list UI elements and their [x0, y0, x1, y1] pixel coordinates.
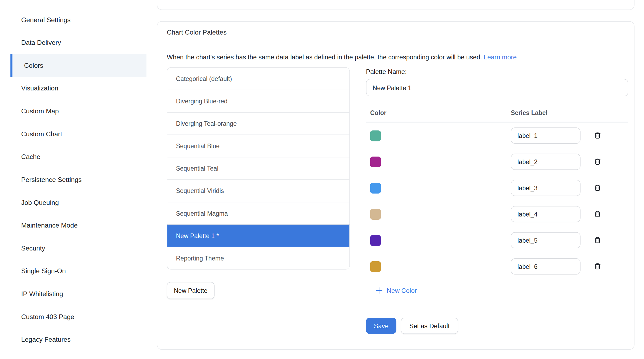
palette-list-column: Categorical (default) Diverging Blue-red… — [167, 67, 350, 299]
palette-list-item-reporting-theme[interactable]: Reporting Theme — [167, 247, 349, 269]
palette-list-item-categorical-default[interactable]: Categorical (default) — [167, 68, 349, 90]
series-label-input[interactable] — [511, 127, 580, 144]
palette-list-item-sequential-blue[interactable]: Sequential Blue — [167, 135, 349, 157]
trash-icon — [593, 262, 602, 271]
color-swatch[interactable] — [370, 261, 381, 272]
card-body: When the chart's series has the same dat… — [157, 43, 634, 338]
series-label-input[interactable] — [511, 206, 580, 222]
palette-list-item-diverging-blue-red[interactable]: Diverging Blue-red — [167, 90, 349, 112]
delete-color-button[interactable] — [592, 182, 603, 193]
sidebar-item-custom-chart[interactable]: Custom Chart — [10, 123, 146, 145]
palette-color-row — [366, 149, 628, 175]
trash-icon — [593, 236, 602, 245]
sidebar-item-custom-403-page[interactable]: Custom 403 Page — [10, 305, 146, 328]
palette-description: When the chart's series has the same dat… — [167, 53, 628, 61]
palette-color-row — [366, 175, 628, 201]
palette-list-item-diverging-teal-orange[interactable]: Diverging Teal-orange — [167, 112, 349, 134]
trash-icon — [593, 157, 602, 166]
delete-color-button[interactable] — [592, 156, 603, 167]
sidebar-item-ip-whitelisting[interactable]: IP Whitelisting — [10, 282, 146, 305]
chart-color-palettes-card: Chart Color Palettes When the chart's se… — [157, 21, 635, 350]
series-label-input[interactable] — [511, 232, 580, 248]
plus-icon — [375, 287, 383, 294]
delete-color-button[interactable] — [592, 235, 603, 246]
palette-color-row — [366, 201, 628, 227]
delete-color-button[interactable] — [592, 209, 603, 219]
color-swatch[interactable] — [370, 130, 381, 141]
palette-list: Categorical (default) Diverging Blue-red… — [167, 67, 350, 269]
save-button[interactable]: Save — [366, 318, 396, 334]
palette-list-item-sequential-magma[interactable]: Sequential Magma — [167, 202, 349, 224]
delete-color-button[interactable] — [592, 261, 603, 272]
trash-icon — [593, 183, 602, 192]
card-title: Chart Color Palettes — [157, 22, 634, 43]
sidebar-item-custom-map[interactable]: Custom Map — [10, 100, 146, 123]
new-color-label: New Color — [387, 287, 417, 294]
sidebar-item-colors[interactable]: Colors — [10, 54, 146, 77]
palette-description-text: When the chart's series has the same dat… — [167, 53, 482, 60]
editor-actions: Save Set as Default — [366, 318, 628, 334]
palette-list-item-sequential-viridis[interactable]: Sequential Viridis — [167, 180, 349, 202]
palette-color-row — [366, 253, 628, 280]
series-label-input[interactable] — [511, 258, 580, 275]
sidebar-item-persistence-settings[interactable]: Persistence Settings — [10, 168, 146, 191]
sidebar-item-security[interactable]: Security — [10, 237, 146, 260]
color-swatch[interactable] — [370, 156, 381, 167]
new-palette-button[interactable]: New Palette — [167, 282, 215, 299]
color-column-header: Color — [366, 109, 511, 116]
sidebar-item-legacy-features[interactable]: Legacy Features — [10, 328, 146, 351]
sidebar-item-maintenance-mode[interactable]: Maintenance Mode — [10, 214, 146, 237]
series-label-input[interactable] — [511, 180, 580, 196]
palette-list-item-sequential-teal[interactable]: Sequential Teal — [167, 157, 349, 180]
palette-list-item-new-palette-1[interactable]: New Palette 1 * — [167, 224, 349, 247]
trash-icon — [593, 131, 602, 140]
sidebar-item-single-sign-on[interactable]: Single Sign-On — [10, 260, 146, 283]
sidebar-item-job-queuing[interactable]: Job Queuing — [10, 191, 146, 214]
palette-name-input[interactable] — [366, 79, 628, 96]
series-label-column-header: Series Label — [511, 109, 547, 116]
series-label-input[interactable] — [511, 154, 580, 170]
palette-color-row — [366, 123, 628, 149]
palette-color-row — [366, 227, 628, 253]
set-as-default-button[interactable]: Set as Default — [401, 318, 458, 334]
learn-more-link[interactable]: Learn more — [484, 53, 517, 60]
color-table-header: Color Series Label — [366, 109, 628, 116]
trash-icon — [593, 209, 602, 219]
color-swatch[interactable] — [370, 182, 381, 193]
settings-sidebar: General Settings Data Delivery Colors Vi… — [0, 0, 157, 359]
sidebar-item-general-settings[interactable]: General Settings — [10, 8, 146, 31]
palette-editor: Palette Name: Color Series Label — [366, 67, 628, 334]
card-footer — [157, 338, 634, 349]
previous-settings-card — [157, 0, 635, 10]
palette-editor-columns: Categorical (default) Diverging Blue-red… — [167, 67, 628, 334]
sidebar-item-cache[interactable]: Cache — [10, 145, 146, 168]
palette-name-label: Palette Name: — [366, 68, 628, 76]
sidebar-item-visualization[interactable]: Visualization — [10, 77, 146, 100]
color-swatch[interactable] — [370, 235, 381, 246]
delete-color-button[interactable] — [592, 130, 603, 141]
settings-page: General Settings Data Delivery Colors Vi… — [0, 0, 644, 359]
new-color-button[interactable]: New Color — [375, 287, 417, 294]
sidebar-item-data-delivery[interactable]: Data Delivery — [10, 31, 146, 54]
color-swatch[interactable] — [370, 209, 381, 219]
